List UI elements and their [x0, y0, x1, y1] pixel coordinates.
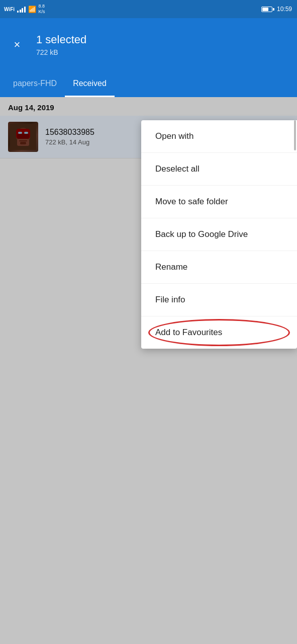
menu-item-rename[interactable]: Rename — [141, 251, 297, 284]
network-label: WiFi — [4, 7, 15, 12]
menu-item-backup-drive[interactable]: Back up to Google Drive — [141, 218, 297, 251]
selected-count: 1 selected — [36, 33, 86, 46]
status-right: 10:59 — [261, 6, 292, 13]
menu-item-move-to-safe[interactable]: Move to safe folder — [141, 186, 297, 218]
tab-received[interactable]: Received — [65, 71, 115, 97]
wifi-icon: 📶 — [28, 6, 36, 13]
menu-item-add-favourites-label: Add to Favourites — [155, 328, 222, 338]
scrollbar[interactable] — [294, 120, 296, 150]
context-menu: Open with Deselect all Move to safe fold… — [141, 120, 297, 349]
data-speed: 8.8 K/s — [39, 4, 45, 15]
menu-item-backup-drive-label: Back up to Google Drive — [155, 229, 248, 239]
menu-item-move-to-safe-label: Move to safe folder — [155, 197, 228, 207]
tab-received-label: Received — [73, 79, 107, 88]
file-list-area: Aug 14, 2019 — [0, 97, 297, 644]
time-display: 10:59 — [277, 6, 292, 13]
status-bar: WiFi 📶 8.8 K/s 10:59 — [0, 0, 297, 18]
menu-item-deselect-all[interactable]: Deselect all — [141, 153, 297, 186]
battery-icon — [261, 7, 274, 12]
tabs-bar: papers-FHD Received — [0, 71, 297, 97]
status-left: WiFi 📶 8.8 K/s — [4, 4, 45, 15]
menu-item-open-with-label: Open with — [155, 131, 194, 141]
tab-papers-fhd-label: papers-FHD — [13, 79, 57, 88]
menu-item-file-info[interactable]: File info — [141, 284, 297, 316]
tab-papers-fhd[interactable]: papers-FHD — [5, 71, 65, 97]
header-bar: × 1 selected 722 kB — [0, 18, 297, 71]
header-info: 1 selected 722 kB — [36, 33, 86, 56]
menu-item-file-info-label: File info — [155, 295, 185, 305]
signal-icon — [17, 6, 26, 13]
menu-item-open-with[interactable]: Open with — [141, 120, 297, 153]
menu-item-deselect-all-label: Deselect all — [155, 164, 200, 174]
close-button[interactable]: × — [8, 36, 26, 54]
menu-item-add-favourites[interactable]: Add to Favourites — [141, 316, 297, 349]
header-file-size: 722 kB — [36, 48, 86, 56]
menu-item-rename-label: Rename — [155, 262, 187, 272]
